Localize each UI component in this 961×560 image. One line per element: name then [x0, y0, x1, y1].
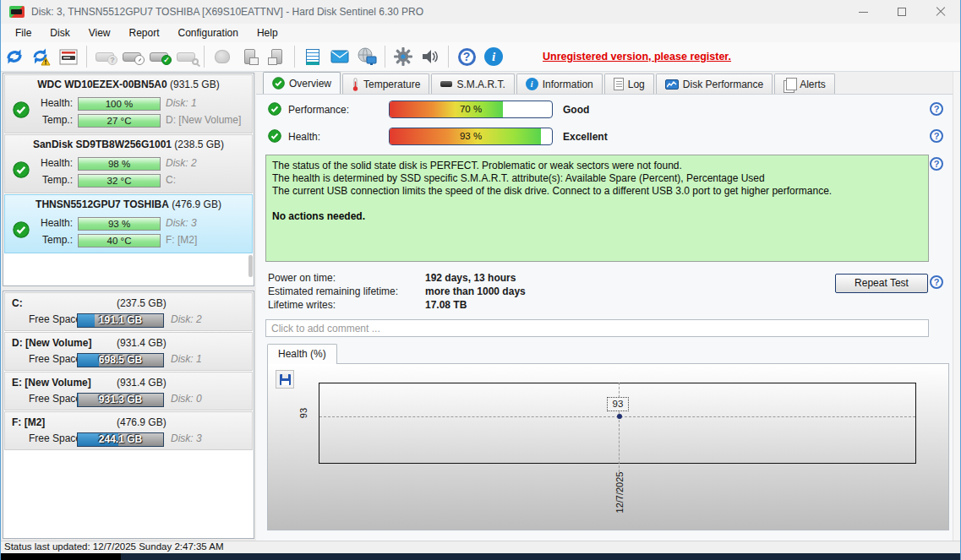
mail-button[interactable] [327, 44, 352, 69]
tab-bar: Overview Temperature S.M.A.R.T. Informat… [256, 72, 961, 95]
health-help-icon[interactable] [930, 129, 943, 143]
health-chart-panel: 93 93 12/7/2025 [267, 363, 949, 530]
health-label: Health: [5, 217, 73, 229]
tab-temperature[interactable]: Temperature [342, 73, 429, 94]
register-link[interactable]: Unregistered version, please register. [543, 51, 731, 63]
disk-test-button[interactable]: ✓ [146, 44, 172, 69]
disk-check-icon: ✓ [150, 52, 168, 62]
report-button[interactable] [56, 44, 81, 69]
notepad-icon [306, 49, 319, 65]
partition-item-f[interactable]: F: [M2] (476.9 GB) Free Space 244.1 GB D… [4, 411, 253, 450]
health-rating: Excellent [563, 131, 608, 143]
tab-alerts[interactable]: Alerts [774, 73, 835, 94]
disk-item-2[interactable]: SanDisk SD9TB8W256G1001 (238.5 GB) Healt… [4, 134, 253, 193]
health-ok-icon [268, 129, 281, 143]
log-report-button[interactable] [300, 44, 325, 69]
lifetime-writes-label: Lifetime writes: [268, 299, 336, 311]
chart-xtick: 12/7/2025 [614, 469, 625, 516]
save-chart-button[interactable] [276, 370, 294, 389]
disk-remove-button[interactable]: ? [92, 44, 117, 69]
free-space-label: Free Space [29, 313, 81, 325]
disk-power-button[interactable] [237, 44, 262, 69]
network-button[interactable] [354, 44, 379, 69]
disk-number: Disk: 2 [171, 313, 202, 325]
remaining-lifetime-value: more than 1000 days [425, 285, 526, 297]
chart-icon [665, 79, 679, 90]
status-help-icon[interactable] [930, 157, 943, 171]
disk-name: SanDisk SD9TB8W256G1001 (238.5 GB) [5, 135, 252, 150]
status-bar: Status last updated: 12/7/2025 Sunday 2:… [1, 541, 960, 553]
disk-power2-button[interactable] [264, 44, 289, 69]
info-circle-icon [526, 78, 538, 90]
disk-volume: F: [M2] [166, 234, 197, 246]
menu-help[interactable]: Help [248, 25, 287, 41]
performance-help-icon[interactable] [930, 102, 943, 116]
help-button[interactable] [454, 44, 479, 69]
partition-item-d[interactable]: D: [New Volume] (931.4 GB) Free Space 69… [4, 332, 253, 371]
speaker-icon [421, 48, 440, 65]
tab-information[interactable]: Information [516, 73, 603, 94]
disk-volume: C: [166, 174, 176, 186]
chart-point-label: 93 [607, 397, 629, 411]
about-button[interactable] [481, 44, 506, 69]
content-scrollbar[interactable] [953, 72, 961, 541]
menu-disk[interactable]: Disk [41, 25, 79, 41]
report-icon [59, 49, 78, 65]
menu-file[interactable]: File [6, 25, 41, 41]
status-line: The health is determined by SSD specific… [272, 172, 922, 185]
disk-size: (931.5 GB) [170, 79, 220, 90]
chart-crosshair-vertical [619, 383, 620, 472]
menu-view[interactable]: View [79, 25, 120, 41]
chart-tab-health[interactable]: Health (%) [267, 344, 337, 364]
sound-button[interactable] [418, 44, 443, 69]
refresh-button[interactable] [2, 44, 27, 69]
performance-rating: Good [563, 104, 589, 116]
partition-name: E: [New Volume] [12, 377, 91, 389]
disk-clock-icon [123, 52, 141, 62]
chart-plot-area[interactable]: 93 [319, 383, 916, 464]
disk-status-text: The status of the solid state disk is PE… [265, 155, 929, 262]
power-on-time-value: 192 days, 13 hours [425, 272, 516, 284]
partition-item-e[interactable]: E: [New Volume] (931.4 GB) Free Space 93… [4, 372, 253, 410]
overview-panel: Performance: 70 % Good Health: 93 % Exce… [256, 95, 961, 541]
toolbar-separator [385, 46, 385, 68]
title-bar: Disk: 3, THNSN5512GPU7 TOSHIBA [X69S10EA… [1, 0, 960, 24]
comment-input[interactable] [265, 319, 929, 337]
maximize-button[interactable] [882, 0, 921, 24]
disk-schedule-button[interactable] [119, 44, 145, 69]
disk-item-1[interactable]: WDC WD10EZEX-00BN5A0 (931.5 GB) Health:1… [4, 74, 253, 133]
disk-info-button[interactable] [210, 44, 235, 69]
menu-configuration[interactable]: Configuration [169, 25, 248, 41]
minimize-button[interactable] [844, 0, 882, 24]
disk-list-scrollbar[interactable] [248, 255, 253, 277]
gear-icon [393, 46, 413, 67]
tab-label: Log [628, 79, 645, 90]
partition-item-c[interactable]: C: (237.5 GB) Free Space 191.1 GB Disk: … [4, 292, 253, 331]
tab-smart[interactable]: S.M.A.R.T. [431, 73, 514, 94]
maximize-icon [898, 8, 906, 16]
disk-model: WDC WD10EZEX-00BN5A0 [37, 79, 167, 90]
menu-report[interactable]: Report [119, 25, 168, 41]
refresh-warning-button[interactable] [29, 44, 54, 69]
partition-size: (476.9 GB) [117, 416, 167, 428]
window-controls [844, 0, 960, 24]
tab-overview[interactable]: Overview [263, 72, 341, 94]
repeat-test-help-icon[interactable] [930, 275, 943, 289]
save-icon [280, 374, 291, 385]
taskbar-segment [1, 553, 121, 560]
tab-log[interactable]: Log [604, 73, 654, 94]
repeat-test-button[interactable]: Repeat Test [835, 274, 928, 293]
close-button[interactable] [921, 0, 960, 24]
settings-button[interactable] [390, 44, 416, 69]
disk-item-3[interactable]: THNSN5512GPU7 TOSHIBA (476.9 GB) Health:… [4, 194, 253, 253]
chart-data-point [617, 414, 622, 419]
disk-question-icon: ? [96, 52, 114, 62]
info-icon [484, 47, 503, 66]
document-icon [614, 78, 624, 90]
disk-surface-test-button[interactable] [173, 44, 199, 69]
close-icon [936, 7, 946, 17]
temp-label: Temp.: [5, 174, 73, 186]
free-space-value: 698.5 GB [78, 354, 163, 367]
free-space-label: Free Space [29, 432, 81, 444]
tab-disk-performance[interactable]: Disk Performance [656, 73, 773, 94]
